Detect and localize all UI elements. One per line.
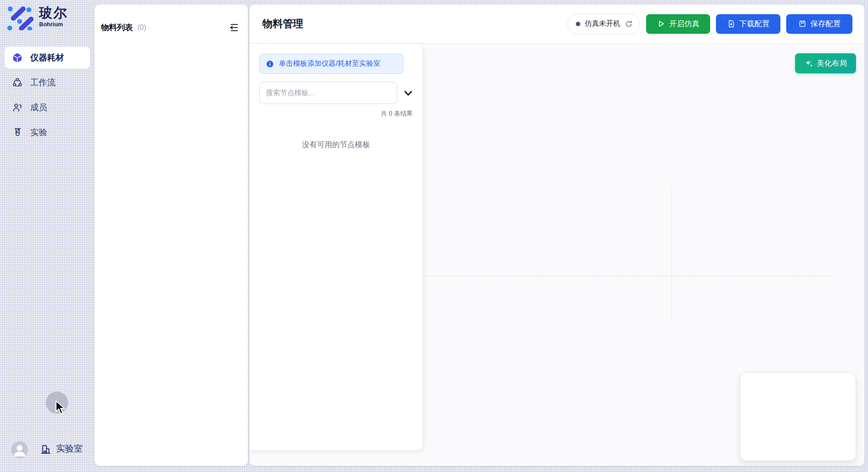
collapse-panel-button[interactable] <box>227 21 240 34</box>
node-template-panel: 单击模板添加仪器/耗材至实验室 共 0 条结果 没有可用的节点模板 <box>249 44 422 450</box>
sidebar-item-label: 成员 <box>30 102 47 113</box>
brand-name-zh: 玻尔 <box>39 6 68 20</box>
collapse-panel-icon <box>228 22 239 33</box>
canvas-gridline <box>671 187 672 320</box>
chevron-down-icon[interactable] <box>403 89 414 98</box>
sidebar: 玻尔 Bohrium 仪器耗材 工作流 <box>0 0 95 472</box>
sidebar-item-label: 实验 <box>30 127 47 138</box>
lab-switcher-label: 实验室 <box>56 443 83 455</box>
beautify-layout-button[interactable]: 美化布局 <box>795 53 856 73</box>
sidebar-item-instruments[interactable]: 仪器耗材 <box>4 47 90 69</box>
sidebar-nav: 仪器耗材 工作流 成员 <box>0 47 95 146</box>
start-simulation-button[interactable]: 开启仿真 <box>646 14 710 34</box>
main-header: 物料管理 仿真未开机 开启仿真 <box>249 4 864 44</box>
template-hint-banner: 单击模板添加仪器/耗材至实验室 <box>259 54 403 74</box>
status-dot-icon <box>576 22 580 26</box>
sparkles-icon <box>804 59 813 68</box>
experiment-icon <box>12 127 23 138</box>
brand-name-en: Bohrium <box>39 21 68 28</box>
refresh-icon[interactable] <box>625 20 633 28</box>
sidebar-item-workflow[interactable]: 工作流 <box>4 72 90 94</box>
flow-canvas[interactable]: 美化布局 单击模板添加仪器/耗材至实验室 共 0 条结果 没有可用的节 <box>249 44 864 466</box>
materials-list-count: (0) <box>137 24 146 32</box>
sidebar-footer: 实验室 <box>0 438 95 463</box>
results-count: 共 0 条结果 <box>381 110 413 118</box>
user-avatar-icon <box>11 441 28 458</box>
sidebar-item-label: 工作流 <box>30 77 56 88</box>
bohrium-logo-icon <box>5 4 34 30</box>
save-icon <box>798 20 807 28</box>
sidebar-item-members[interactable]: 成员 <box>4 96 90 119</box>
download-config-button[interactable]: 下载配置 <box>716 14 780 34</box>
cube-icon <box>12 52 23 63</box>
brand-text: 玻尔 Bohrium <box>39 6 68 28</box>
sim-status-pill[interactable]: 仿真未开机 <box>567 14 640 34</box>
info-icon <box>266 60 274 68</box>
sidebar-item-experiments[interactable]: 实验 <box>4 121 90 144</box>
beautify-layout-label: 美化布局 <box>817 58 847 68</box>
lab-switcher[interactable]: 实验室 <box>40 443 83 455</box>
members-icon <box>12 102 23 113</box>
save-config-button[interactable]: 保存配置 <box>786 14 852 34</box>
start-simulation-label: 开启仿真 <box>669 19 699 29</box>
template-hint-text: 单击模板添加仪器/耗材至实验室 <box>279 59 380 68</box>
canvas-minimap[interactable] <box>740 372 856 461</box>
template-search-input[interactable] <box>259 82 397 104</box>
app-window: 玻尔 Bohrium 仪器耗材 工作流 <box>0 0 868 472</box>
materials-list-header: 物料列表 (0) <box>95 4 248 34</box>
play-icon <box>657 20 665 28</box>
cursor-arrow-icon <box>55 400 67 416</box>
download-config-label: 下载配置 <box>739 19 770 29</box>
building-icon <box>40 443 52 455</box>
download-file-icon <box>727 20 735 28</box>
canvas-gridline <box>411 276 834 276</box>
user-avatar[interactable] <box>11 441 28 458</box>
sim-status-text: 仿真未开机 <box>585 19 620 28</box>
materials-list-title: 物料列表 <box>101 22 133 33</box>
header-actions: 仿真未开机 开启仿真 <box>567 14 852 34</box>
materials-list-panel: 物料列表 (0) <box>95 4 248 466</box>
empty-templates-text: 没有可用的节点模板 <box>249 140 422 150</box>
sidebar-item-label: 仪器耗材 <box>30 52 64 64</box>
material-management-panel: 物料管理 仿真未开机 开启仿真 <box>249 4 864 466</box>
save-config-label: 保存配置 <box>811 19 841 29</box>
brand-logo: 玻尔 Bohrium <box>5 4 68 30</box>
workflow-icon <box>12 77 23 88</box>
page-title: 物料管理 <box>262 17 303 31</box>
